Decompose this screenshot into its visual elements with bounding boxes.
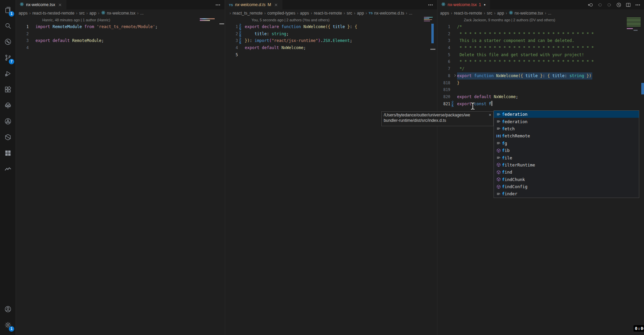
code-line-text[interactable] (35, 44, 224, 51)
more-button[interactable] (427, 1, 434, 8)
suggest-item[interactable]: findConfig (494, 183, 639, 190)
activity-bar-item-commit-graph[interactable] (0, 113, 16, 129)
nav-prev-button[interactable] (596, 1, 603, 8)
tab-nx-welcome.tsx[interactable]: nx-welcome.tsx1● (437, 0, 490, 9)
tab-nx-welcome.d.ts[interactable]: TSnx-welcome.d.tsM (225, 0, 282, 9)
code-line[interactable]: 2 * * * * * * * * * * * * * * * * * * * … (437, 30, 644, 38)
code-line-text[interactable]: export default NxWelcome; (457, 93, 644, 100)
codelens[interactable]: You, 5 seconds ago | 2 authors (You and … (225, 17, 437, 23)
breadcrumb-item[interactable]: app (357, 11, 364, 16)
code-line[interactable]: 2 (16, 30, 224, 38)
breadcrumb-item[interactable]: apps (19, 11, 28, 16)
suggest-item[interactable]: find (494, 169, 639, 176)
breadcrumb-item[interactable]: ... (548, 11, 551, 16)
suggest-item[interactable]: fib (494, 147, 639, 154)
code-line[interactable]: 3 This is a starter component and can be… (437, 37, 644, 44)
code-line[interactable]: 3}): import("react/jsx-runtime").JSX.Ele… (225, 37, 437, 44)
code-line[interactable]: 4 (16, 44, 224, 51)
code-line[interactable]: 821export const f (437, 100, 644, 108)
suggest-item[interactable]: finder (494, 190, 639, 197)
breadcrumb-item[interactable]: src (79, 11, 85, 16)
code-line[interactable]: 4export default NxWelcome; (225, 44, 437, 51)
code-line-text[interactable]: export function NxWelcome({ title }: { t… (457, 72, 644, 80)
code-line[interactable]: 1import RemoteModule from 'react_ts_remo… (16, 23, 224, 30)
nav-back-button[interactable] (587, 1, 594, 8)
minimap-right[interactable] (627, 18, 641, 31)
code-line-text[interactable]: } (457, 80, 644, 87)
minimap-left[interactable] (200, 18, 215, 22)
breadcrumb-item[interactable]: app (497, 11, 504, 16)
code-line-text[interactable]: title: string; (245, 30, 437, 38)
code-line-text[interactable]: * * * * * * * * * * * * * * * * * * * * … (457, 58, 644, 65)
activity-bar-item-nx-console[interactable] (0, 129, 16, 145)
code-line-text[interactable]: /* (457, 23, 644, 30)
breadcrumb-item[interactable]: apps (300, 11, 309, 16)
codelens[interactable]: Hanric, 48 minutes ago | 1 author (Hanri… (16, 17, 224, 23)
breadcrumb-item[interactable]: nx-welcome.tsx (101, 10, 136, 16)
breadcrumb-item[interactable]: react-ts-nested-remote (32, 11, 74, 16)
activity-bar-item-testing[interactable] (0, 97, 16, 113)
suggest-item[interactable]: fetch (494, 125, 639, 132)
breadcrumb-item[interactable]: ... (409, 11, 412, 16)
suggest-item[interactable]: federation (494, 118, 639, 125)
code-line-text[interactable]: }): import("react/jsx-runtime").JSX.Elem… (245, 37, 437, 44)
code-line-text[interactable]: * * * * * * * * * * * * * * * * * * * * … (457, 44, 644, 51)
code-line[interactable]: 1export declare function NxWelcome({ tit… (225, 23, 437, 30)
tab-close-icon[interactable] (58, 3, 62, 7)
suggest-item[interactable]: file (494, 154, 639, 161)
activity-bar-item-search[interactable] (0, 18, 16, 34)
dirty-indicator[interactable]: ● (484, 3, 485, 6)
code-line[interactable]: 819 (437, 86, 644, 93)
suggest-item[interactable]: [@]fetchRemote (494, 132, 639, 139)
code-line-text[interactable]: */ (457, 65, 644, 72)
tab-close-icon[interactable] (274, 3, 278, 7)
breadcrumb-item[interactable]: ... (140, 11, 144, 16)
breadcrumb-item[interactable]: TSnx-welcome.d.ts (369, 11, 404, 16)
code-line-text[interactable]: export declare function NxWelcome({ titl… (245, 23, 437, 30)
code-line-text[interactable] (245, 51, 437, 59)
code-line[interactable]: 3export default RemoteModule; (16, 37, 224, 44)
more-button[interactable] (634, 1, 641, 8)
suggest-item[interactable]: filterRuntime (494, 161, 639, 169)
history-button[interactable] (615, 1, 622, 8)
suggest-item[interactable]: fg (494, 140, 639, 147)
breadcrumb-item[interactable]: app (89, 11, 96, 16)
code-line-text[interactable]: export default RemoteModule; (35, 37, 224, 44)
activity-bar-item-explorer[interactable]: 1 (0, 2, 16, 18)
activity-bar-item-waves[interactable] (0, 161, 16, 177)
breadcrumb-item[interactable]: apps (440, 11, 449, 16)
breadcrumb-item[interactable]: compiled-types (267, 11, 295, 16)
tab-nx-welcome.tsx[interactable]: nx-welcome.tsx (16, 0, 66, 9)
activity-bar-item-run-debug[interactable] (0, 66, 16, 82)
breadcrumb-item[interactable]: react_ts_remote (233, 11, 263, 16)
breadcrumb-item[interactable]: src (487, 11, 492, 16)
suggest-item[interactable]: federation (494, 111, 639, 118)
activity-bar-item-source-control[interactable]: 7 (0, 50, 16, 66)
nav-next-button[interactable] (606, 1, 613, 8)
minimap-middle[interactable] (424, 17, 433, 22)
code-line[interactable]: 5 (225, 51, 437, 59)
suggest-item[interactable]: findChunk (494, 176, 639, 183)
code-line-text[interactable] (457, 86, 644, 93)
code-line-text[interactable] (35, 30, 224, 38)
activity-bar-item-extensions[interactable] (0, 82, 16, 97)
breadcrumb-item[interactable]: src (347, 11, 352, 16)
code-line-text[interactable]: This is a starter component and can be d… (457, 37, 644, 44)
code-line-text[interactable]: export default NxWelcome; (245, 44, 437, 51)
code-line[interactable]: 2 title: string; (225, 30, 437, 38)
code-line-text[interactable]: import RemoteModule from 'react_ts_remot… (35, 23, 224, 30)
fold-collapsed-icon[interactable] (453, 73, 457, 80)
code-line[interactable]: 820export default NxWelcome; (437, 93, 644, 100)
code-line[interactable]: 7 */ (437, 65, 644, 72)
activity-bar-item-accounts[interactable] (0, 301, 16, 317)
code-line[interactable]: 8export function NxWelcome({ title }: { … (437, 72, 644, 80)
breadcrumb-item[interactable]: react-ts-remote (314, 11, 342, 16)
more-button[interactable] (214, 1, 221, 8)
close-icon[interactable]: × (489, 113, 491, 117)
code-line[interactable]: 818} (437, 80, 644, 87)
breadcrumb-item[interactable]: react-ts-remote (454, 11, 482, 16)
code-line-text[interactable]: Delete this file and get started with yo… (457, 51, 644, 59)
activity-bar-item-gitlens[interactable] (0, 34, 16, 50)
split-editor-button[interactable] (625, 1, 631, 8)
code-line[interactable]: 1/* (437, 23, 644, 30)
